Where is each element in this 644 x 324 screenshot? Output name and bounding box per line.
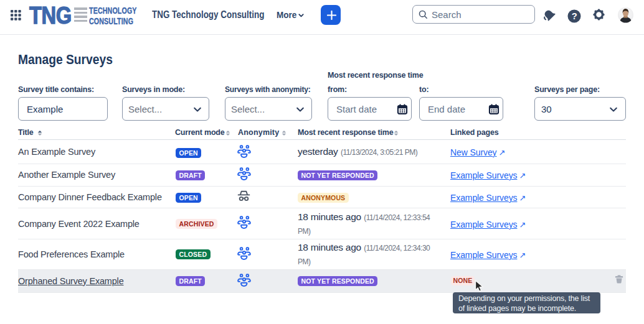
svg-text:?: ?: [572, 11, 577, 21]
